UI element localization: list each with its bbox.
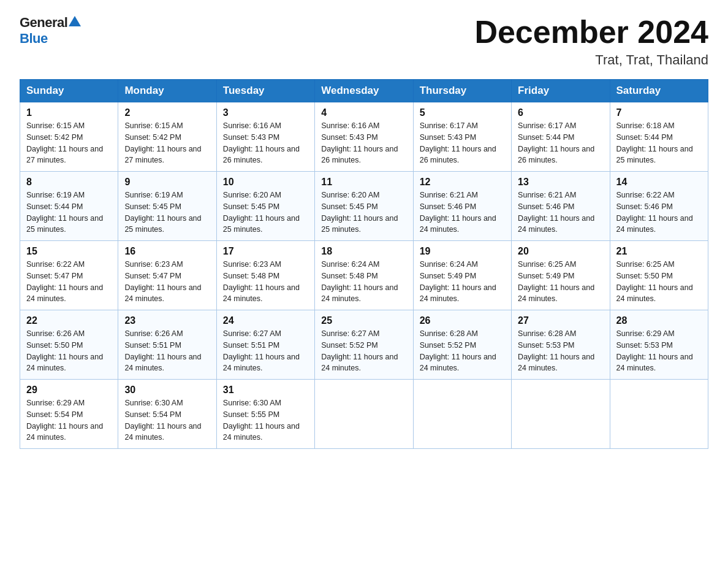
calendar-day-cell: 4 Sunrise: 6:16 AMSunset: 5:43 PMDayligh… (315, 102, 413, 172)
day-info: Sunrise: 6:27 AMSunset: 5:52 PMDaylight:… (321, 329, 398, 372)
day-info: Sunrise: 6:18 AMSunset: 5:44 PMDaylight:… (616, 121, 693, 164)
weekday-header-tuesday: Tuesday (216, 80, 314, 102)
day-info: Sunrise: 6:30 AMSunset: 5:55 PMDaylight:… (223, 399, 300, 442)
day-info: Sunrise: 6:22 AMSunset: 5:46 PMDaylight:… (616, 191, 693, 234)
day-number: 3 (223, 107, 308, 118)
calendar-day-cell: 10 Sunrise: 6:20 AMSunset: 5:45 PMDaylig… (216, 172, 314, 241)
weekday-header-friday: Friday (512, 80, 610, 102)
day-info: Sunrise: 6:28 AMSunset: 5:52 PMDaylight:… (420, 329, 496, 372)
calendar-day-cell: 12 Sunrise: 6:21 AMSunset: 5:46 PMDaylig… (413, 172, 511, 241)
calendar-week-row: 29 Sunrise: 6:29 AMSunset: 5:54 PMDaylig… (20, 380, 708, 449)
day-info: Sunrise: 6:26 AMSunset: 5:50 PMDaylight:… (26, 329, 103, 372)
day-info: Sunrise: 6:26 AMSunset: 5:51 PMDaylight:… (124, 329, 201, 372)
calendar-day-cell: 16 Sunrise: 6:23 AMSunset: 5:47 PMDaylig… (118, 241, 216, 310)
calendar-day-cell (413, 380, 511, 449)
calendar-day-cell: 25 Sunrise: 6:27 AMSunset: 5:52 PMDaylig… (315, 310, 413, 380)
day-info: Sunrise: 6:23 AMSunset: 5:47 PMDaylight:… (124, 260, 201, 303)
calendar-day-cell: 9 Sunrise: 6:19 AMSunset: 5:45 PMDayligh… (118, 172, 216, 241)
month-title: December 2024 (474, 15, 708, 50)
calendar-week-row: 8 Sunrise: 6:19 AMSunset: 5:44 PMDayligh… (20, 172, 708, 241)
location-title: Trat, Trat, Thailand (474, 52, 708, 68)
calendar-day-cell: 5 Sunrise: 6:17 AMSunset: 5:43 PMDayligh… (413, 102, 511, 172)
calendar-day-cell: 1 Sunrise: 6:15 AMSunset: 5:42 PMDayligh… (20, 102, 118, 172)
day-number: 12 (420, 177, 505, 188)
calendar-day-cell (512, 380, 610, 449)
day-number: 30 (124, 385, 210, 396)
day-number: 17 (223, 246, 308, 257)
day-number: 19 (420, 246, 505, 257)
day-info: Sunrise: 6:29 AMSunset: 5:53 PMDaylight:… (616, 329, 693, 372)
day-number: 18 (321, 246, 406, 257)
page-header: General Blue December 2024 Trat, Trat, T… (20, 15, 708, 68)
day-number: 11 (321, 177, 406, 188)
day-number: 20 (518, 246, 603, 257)
calendar-day-cell: 3 Sunrise: 6:16 AMSunset: 5:43 PMDayligh… (216, 102, 314, 172)
day-info: Sunrise: 6:20 AMSunset: 5:45 PMDaylight:… (223, 191, 300, 234)
calendar-day-cell: 7 Sunrise: 6:18 AMSunset: 5:44 PMDayligh… (610, 102, 708, 172)
day-info: Sunrise: 6:16 AMSunset: 5:43 PMDaylight:… (223, 121, 300, 164)
day-info: Sunrise: 6:15 AMSunset: 5:42 PMDaylight:… (26, 121, 103, 164)
day-info: Sunrise: 6:19 AMSunset: 5:44 PMDaylight:… (26, 191, 103, 234)
day-number: 27 (518, 315, 603, 326)
calendar-day-cell: 20 Sunrise: 6:25 AMSunset: 5:49 PMDaylig… (512, 241, 610, 310)
day-number: 29 (26, 385, 112, 396)
day-info: Sunrise: 6:28 AMSunset: 5:53 PMDaylight:… (518, 329, 594, 372)
calendar-day-cell: 19 Sunrise: 6:24 AMSunset: 5:49 PMDaylig… (413, 241, 511, 310)
calendar-day-cell: 22 Sunrise: 6:26 AMSunset: 5:50 PMDaylig… (20, 310, 118, 380)
day-info: Sunrise: 6:21 AMSunset: 5:46 PMDaylight:… (420, 191, 496, 234)
day-number: 28 (616, 315, 702, 326)
day-info: Sunrise: 6:19 AMSunset: 5:45 PMDaylight:… (124, 191, 201, 234)
day-info: Sunrise: 6:29 AMSunset: 5:54 PMDaylight:… (26, 399, 103, 442)
calendar-day-cell: 17 Sunrise: 6:23 AMSunset: 5:48 PMDaylig… (216, 241, 314, 310)
calendar-table: SundayMondayTuesdayWednesdayThursdayFrid… (20, 79, 708, 449)
calendar-day-cell: 29 Sunrise: 6:29 AMSunset: 5:54 PMDaylig… (20, 380, 118, 449)
day-info: Sunrise: 6:22 AMSunset: 5:47 PMDaylight:… (26, 260, 103, 303)
day-number: 9 (124, 177, 210, 188)
logo-blue-text: Blue (20, 31, 48, 46)
calendar-day-cell: 13 Sunrise: 6:21 AMSunset: 5:46 PMDaylig… (512, 172, 610, 241)
day-number: 7 (616, 107, 702, 118)
day-number: 21 (616, 246, 702, 257)
calendar-day-cell: 2 Sunrise: 6:15 AMSunset: 5:42 PMDayligh… (118, 102, 216, 172)
day-number: 6 (518, 107, 603, 118)
day-number: 8 (26, 177, 112, 188)
day-info: Sunrise: 6:24 AMSunset: 5:48 PMDaylight:… (321, 260, 398, 303)
calendar-day-cell: 24 Sunrise: 6:27 AMSunset: 5:51 PMDaylig… (216, 310, 314, 380)
logo-triangle-icon (69, 16, 81, 26)
day-number: 10 (223, 177, 308, 188)
calendar-week-row: 1 Sunrise: 6:15 AMSunset: 5:42 PMDayligh… (20, 102, 708, 172)
day-number: 14 (616, 177, 702, 188)
day-info: Sunrise: 6:24 AMSunset: 5:49 PMDaylight:… (420, 260, 496, 303)
day-info: Sunrise: 6:17 AMSunset: 5:43 PMDaylight:… (420, 121, 496, 164)
weekday-header-saturday: Saturday (610, 80, 708, 102)
logo: General Blue (20, 15, 81, 47)
day-number: 22 (26, 315, 112, 326)
calendar-day-cell (315, 380, 413, 449)
day-info: Sunrise: 6:25 AMSunset: 5:50 PMDaylight:… (616, 260, 693, 303)
day-info: Sunrise: 6:16 AMSunset: 5:43 PMDaylight:… (321, 121, 398, 164)
calendar-day-cell: 28 Sunrise: 6:29 AMSunset: 5:53 PMDaylig… (610, 310, 708, 380)
day-number: 5 (420, 107, 505, 118)
calendar-day-cell: 6 Sunrise: 6:17 AMSunset: 5:44 PMDayligh… (512, 102, 610, 172)
calendar-day-cell: 8 Sunrise: 6:19 AMSunset: 5:44 PMDayligh… (20, 172, 118, 241)
calendar-day-cell: 14 Sunrise: 6:22 AMSunset: 5:46 PMDaylig… (610, 172, 708, 241)
day-number: 4 (321, 107, 406, 118)
calendar-day-cell: 31 Sunrise: 6:30 AMSunset: 5:55 PMDaylig… (216, 380, 314, 449)
calendar-day-cell: 26 Sunrise: 6:28 AMSunset: 5:52 PMDaylig… (413, 310, 511, 380)
day-info: Sunrise: 6:27 AMSunset: 5:51 PMDaylight:… (223, 329, 300, 372)
calendar-day-cell: 18 Sunrise: 6:24 AMSunset: 5:48 PMDaylig… (315, 241, 413, 310)
calendar-day-cell: 30 Sunrise: 6:30 AMSunset: 5:54 PMDaylig… (118, 380, 216, 449)
day-number: 31 (223, 385, 308, 396)
day-info: Sunrise: 6:23 AMSunset: 5:48 PMDaylight:… (223, 260, 300, 303)
weekday-header-row: SundayMondayTuesdayWednesdayThursdayFrid… (20, 80, 708, 102)
calendar-day-cell: 23 Sunrise: 6:26 AMSunset: 5:51 PMDaylig… (118, 310, 216, 380)
calendar-week-row: 15 Sunrise: 6:22 AMSunset: 5:47 PMDaylig… (20, 241, 708, 310)
day-number: 2 (124, 107, 210, 118)
day-info: Sunrise: 6:20 AMSunset: 5:45 PMDaylight:… (321, 191, 398, 234)
weekday-header-thursday: Thursday (413, 80, 511, 102)
weekday-header-monday: Monday (118, 80, 216, 102)
day-number: 15 (26, 246, 112, 257)
day-number: 16 (124, 246, 210, 257)
calendar-week-row: 22 Sunrise: 6:26 AMSunset: 5:50 PMDaylig… (20, 310, 708, 380)
logo-general-text: General (20, 15, 67, 31)
